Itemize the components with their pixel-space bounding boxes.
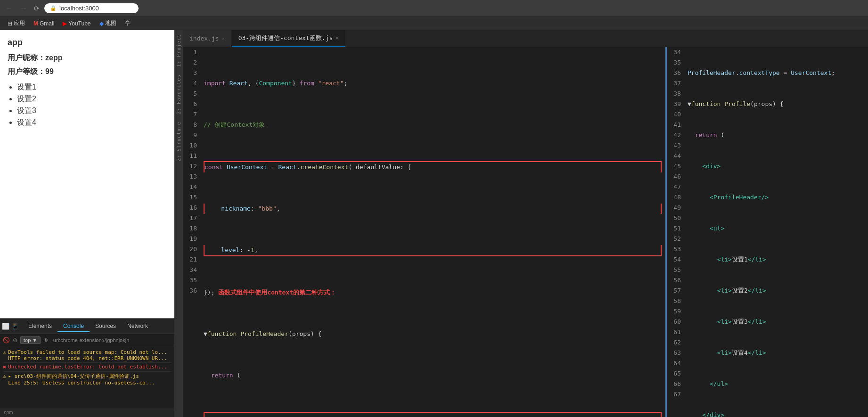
nickname-field: 用户昵称：zepp [8,53,167,63]
npm-bar: npm [0,408,174,417]
apps-icon: ⊞ [8,20,12,27]
setting-1: 设置1 [17,82,167,92]
code-content-right: ProfileHeader.contextType = UserContext;… [684,47,868,417]
r-line-41: <li>设置2</li> [688,286,868,296]
editor-right-pane: 34 35 36 37 38 39 40 41 42 43 44 [665,47,868,417]
tab-network[interactable]: Network [122,321,154,332]
code-line-5: level: -1, [204,245,662,256]
tab-context-js[interactable]: 03-跨组件通信-context函数.js ✕ [232,30,346,47]
apps-label: 应用 [14,19,25,27]
r-line-39: <ul> [688,223,868,234]
r-line-45: </div> [688,410,868,417]
r-line-40: <li>设置1</li> [688,254,868,265]
nickname-label: 用户昵称： [8,54,45,62]
devtools-panel: ⬜ 📱 Elements Console Sources Network 🚫 ⊘… [0,318,174,417]
top-label: top [24,337,31,343]
bookmarks-bar: ⊞ 应用 M Gmail ▶ YouTube ◆ 地图 学 [0,17,868,30]
lock-icon: 🔒 [50,5,57,11]
youtube-label: YouTube [68,20,90,27]
url-text: localhost:3000 [59,5,99,12]
address-bar[interactable]: 🔒 localhost:3000 [44,3,139,13]
structure-label: Z: Structure [175,118,183,165]
code-left: 1 2 3 4 5 6 7 8 9 10 11 [183,47,665,417]
tab-elements[interactable]: Elements [23,321,57,332]
study-label: 学 [125,19,131,27]
device-icon[interactable]: 📱 [11,323,19,330]
code-line-6: }); 函数式组件中使用context的第二种方式： [204,287,662,298]
warn-text-1: DevTools failed to load source map: Coul… [8,349,167,361]
tab-index-js[interactable]: index.js ✕ [183,30,232,47]
level-value: 99 [45,67,54,75]
code-right: 34 35 36 37 38 39 40 41 42 43 44 [667,47,868,417]
tab-sources[interactable]: Sources [90,321,122,332]
inspect-icon[interactable]: ⬜ [2,323,9,330]
err-icon-1: ✖ [3,364,6,370]
line-numbers-left: 1 2 3 4 5 6 7 8 9 10 11 [183,47,200,417]
gmail-icon: M [33,20,38,27]
tab-context-js-label: 03-跨组件通信-context函数.js [238,34,333,42]
code-line-4: nickname: "bbb", [204,204,662,214]
r-line-44: </ul> [688,379,868,389]
left-panel-labels: 1: Project 2: Favorites Z: Structure [174,30,183,417]
bookmark-gmail[interactable]: M Gmail [30,19,58,28]
editor-area: 1: Project 2: Favorites Z: Structure ind… [174,30,868,417]
bookmark-youtube[interactable]: ▶ YouTube [59,19,94,28]
code-line-7: ▼function ProfileHeader(props) { [204,329,662,339]
setting-3: 设置3 [17,106,167,116]
reload-button[interactable]: ⟳ [32,4,41,13]
setting-4: 设置4 [17,118,167,128]
tab-context-js-close[interactable]: ✕ [336,35,338,41]
eye-icon[interactable]: 👁 [43,337,49,343]
nickname-value: zepp [45,54,62,62]
devtools-icons: ⬜ 📱 [2,323,19,330]
line-numbers-right: 34 35 36 37 38 39 40 41 42 43 44 [667,47,684,417]
url-filter-text: -url:chrome-extension://jgphnjokjh [51,337,129,343]
code-lines-9-18-container: <UserContext.Consumer> {(value) => { ret… [204,412,662,417]
tab-index-js-label: index.js [189,35,219,42]
r-line-43: <li>设置4</li> [688,348,868,358]
code-line-3: const UserContext = React.createContext(… [204,161,662,172]
bookmark-maps[interactable]: ◆ 地图 [96,18,120,28]
r-line-35: ▼function Profile(props) { [688,99,868,109]
editor-split: 1 2 3 4 5 6 7 8 9 10 11 [183,47,868,417]
console-messages: ⚠ DevTools failed to load source map: Co… [0,346,174,408]
console-toolbar: 🚫 ⊘ top ▼ 👁 -url:chrome-extension://jgph… [0,334,174,346]
main-area: app 用户昵称：zepp 用户等级：99 设置1 设置2 设置3 设置4 ⬜ … [0,30,868,417]
code-line-1: import React, {Component} from "react"; [204,78,662,89]
clear-icon[interactable]: 🚫 [3,337,10,343]
console-msg-warn-2: ⚠ ▸ src\03-组件间的通信\04-父传子通信-属性验证.jsLine 2… [3,372,172,387]
console-msg-warn-1: ⚠ DevTools failed to load source map: Co… [3,348,172,363]
tabs-bar: index.js ✕ 03-跨组件通信-context函数.js ✕ [183,30,868,47]
dropdown-arrow: ▼ [32,337,37,343]
browser-nav-bar: ← → ⟳ 🔒 localhost:3000 [0,0,868,17]
console-filter-dropdown[interactable]: top ▼ [20,336,41,344]
browser-panel: app 用户昵称：zepp 用户等级：99 设置1 设置2 设置3 设置4 ⬜ … [0,30,174,417]
npm-label: npm [4,410,13,415]
err-text-1: Unchecked runtime.lastError: Could not e… [8,364,167,370]
warn-text-2: ▸ src\03-组件间的通信\04-父传子通信-属性验证.jsLine 25:… [8,373,155,386]
r-line-37: <div> [688,161,868,172]
gmail-label: Gmail [40,20,54,27]
bookmark-apps[interactable]: ⊞ 应用 [4,18,29,28]
r-line-42: <li>设置3</li> [688,317,868,327]
maps-label: 地图 [105,19,116,27]
tab-index-js-close[interactable]: ✕ [222,36,225,41]
warn-icon-1: ⚠ [3,349,6,356]
back-button[interactable]: ← [4,3,15,14]
editor-left-pane: 1 2 3 4 5 6 7 8 9 10 11 [183,47,665,417]
favorites-label: 2: Favorites [175,71,183,118]
tab-console[interactable]: Console [57,321,90,332]
maps-icon: ◆ [99,20,104,27]
forward-button[interactable]: → [18,3,29,14]
warn-icon-2: ⚠ [3,373,6,379]
console-msg-error-1: ✖ Unchecked runtime.lastError: Could not… [3,363,172,372]
r-line-34: ProfileHeader.contextType = UserContext; [688,68,868,78]
browser-content: app 用户昵称：zepp 用户等级：99 设置1 设置2 设置3 设置4 [0,30,174,318]
level-field: 用户等级：99 [8,67,167,77]
settings-list: 设置1 设置2 设置3 设置4 [17,82,167,128]
bookmark-study[interactable]: 学 [121,18,134,28]
r-line-36: return ( [688,130,868,140]
project-label: 1: Project [175,30,183,71]
filter-icon[interactable]: ⊘ [13,337,17,343]
editor-outer: 1: Project 2: Favorites Z: Structure ind… [174,30,868,417]
